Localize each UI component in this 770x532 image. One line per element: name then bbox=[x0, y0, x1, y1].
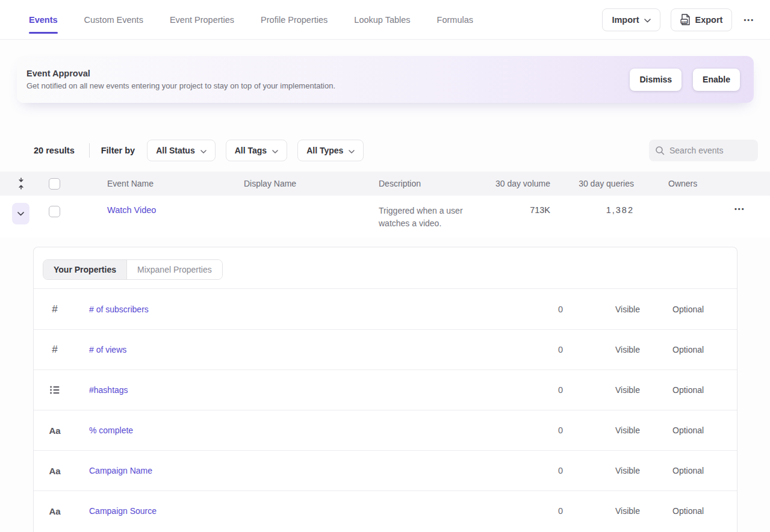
collapse-row-button[interactable] bbox=[12, 203, 29, 224]
svg-text:csv: csv bbox=[682, 20, 687, 23]
property-name-link[interactable]: Campaign Source bbox=[76, 506, 503, 516]
nav-tab-list: Events Custom Events Event Properties Pr… bbox=[29, 0, 473, 39]
banner-title: Event Approval bbox=[26, 69, 335, 78]
property-status: Optional bbox=[672, 425, 737, 435]
property-visibility: Visible bbox=[563, 385, 672, 395]
property-volume: 0 bbox=[503, 345, 563, 354]
status-filter-dropdown[interactable]: All Status bbox=[147, 140, 216, 161]
tags-filter-label: All Tags bbox=[235, 146, 267, 155]
tags-filter-dropdown[interactable]: All Tags bbox=[226, 140, 287, 161]
event-volume: 713K bbox=[476, 196, 554, 215]
event-approval-banner: Event Approval Get notified on all new e… bbox=[17, 56, 754, 103]
property-row: Aa % complete 0 Visible Optional bbox=[34, 410, 737, 450]
property-name-link[interactable]: #hashtags bbox=[76, 385, 503, 395]
collapse-all-icon[interactable] bbox=[0, 178, 37, 190]
property-name-link[interactable]: # of views bbox=[76, 345, 503, 354]
property-volume: 0 bbox=[503, 385, 563, 395]
tab-lookup-tables[interactable]: Lookup Tables bbox=[354, 0, 410, 39]
row-more-options-button[interactable]: ••• bbox=[733, 203, 747, 215]
import-button[interactable]: Import bbox=[602, 8, 660, 31]
search-box bbox=[649, 140, 758, 161]
status-filter-label: All Status bbox=[156, 146, 195, 155]
text-property-icon: Aa bbox=[34, 466, 76, 476]
property-name-link[interactable]: Campaign Name bbox=[76, 466, 503, 475]
dismiss-button[interactable]: Dismiss bbox=[630, 69, 682, 91]
tab-formulas[interactable]: Formulas bbox=[437, 0, 473, 39]
chevron-down-icon bbox=[349, 146, 355, 155]
event-queries: 1,382 bbox=[554, 196, 638, 215]
property-row: # # of subscribers 0 Visible Optional bbox=[34, 289, 737, 329]
chevron-down-icon bbox=[17, 212, 24, 216]
property-volume: 0 bbox=[503, 305, 563, 314]
property-status: Optional bbox=[672, 385, 737, 395]
property-row: Aa Campaign Source 0 Visible Optional bbox=[34, 490, 737, 531]
header-display-name: Display Name bbox=[244, 179, 379, 188]
properties-segmented-control: Your Properties Mixpanel Properties bbox=[43, 259, 223, 280]
divider bbox=[89, 143, 90, 158]
event-properties-panel: Your Properties Mixpanel Properties # # … bbox=[33, 247, 737, 532]
event-name-link[interactable]: Watch Video bbox=[89, 196, 244, 215]
banner-actions: Dismiss Enable bbox=[630, 69, 740, 91]
numeric-property-icon: # bbox=[34, 303, 76, 315]
header-owners: Owners bbox=[638, 179, 716, 188]
property-visibility: Visible bbox=[563, 425, 672, 435]
chevron-down-icon bbox=[272, 146, 278, 155]
more-options-button[interactable]: ••• bbox=[742, 14, 756, 26]
export-button-label: Export bbox=[695, 15, 723, 25]
property-visibility: Visible bbox=[563, 305, 672, 314]
text-property-icon: Aa bbox=[34, 506, 76, 516]
export-button[interactable]: csv Export bbox=[671, 8, 733, 31]
property-row: Aa Campaign Name 0 Visible Optional bbox=[34, 450, 737, 490]
chevron-down-icon bbox=[644, 15, 651, 25]
tab-events[interactable]: Events bbox=[29, 0, 58, 39]
list-property-icon bbox=[34, 386, 76, 394]
text-property-icon: Aa bbox=[34, 425, 76, 436]
nav-actions: Import csv Export ••• bbox=[602, 8, 756, 31]
property-row: #hashtags 0 Visible Optional bbox=[34, 370, 737, 410]
tab-profile-properties[interactable]: Profile Properties bbox=[261, 0, 328, 39]
property-status: Optional bbox=[672, 345, 737, 354]
numeric-property-icon: # bbox=[34, 344, 76, 356]
top-navigation: Events Custom Events Event Properties Pr… bbox=[0, 0, 770, 40]
header-event-name: Event Name bbox=[89, 179, 244, 188]
event-row: Watch Video Triggered when a user watche… bbox=[0, 196, 770, 238]
import-button-label: Import bbox=[612, 15, 639, 25]
events-table-header: Event Name Display Name Description 30 d… bbox=[0, 172, 770, 196]
event-description: Triggered when a user watches a video. bbox=[379, 196, 476, 230]
property-visibility: Visible bbox=[563, 345, 672, 354]
row-checkbox[interactable] bbox=[49, 206, 60, 217]
property-volume: 0 bbox=[503, 425, 563, 435]
property-name-link[interactable]: # of subscribers bbox=[76, 305, 503, 314]
header-description: Description bbox=[379, 179, 476, 188]
filter-by-label: Filter by bbox=[101, 146, 135, 155]
csv-file-icon: csv bbox=[680, 14, 691, 25]
tab-mixpanel-properties[interactable]: Mixpanel Properties bbox=[127, 260, 222, 279]
tab-event-properties[interactable]: Event Properties bbox=[170, 0, 234, 39]
enable-button[interactable]: Enable bbox=[693, 69, 740, 91]
search-input[interactable] bbox=[669, 146, 752, 155]
results-count: 20 results bbox=[34, 146, 75, 155]
properties-tab-bar: Your Properties Mixpanel Properties bbox=[34, 247, 737, 289]
chevron-down-icon bbox=[200, 146, 206, 155]
banner-description: Get notified on all new events entering … bbox=[26, 81, 335, 90]
property-visibility: Visible bbox=[563, 506, 672, 516]
tab-custom-events[interactable]: Custom Events bbox=[84, 0, 143, 39]
filter-bar: 20 results Filter by All Status All Tags… bbox=[0, 140, 770, 161]
property-status: Optional bbox=[672, 506, 737, 516]
property-volume: 0 bbox=[503, 466, 563, 475]
search-icon bbox=[655, 146, 665, 155]
property-volume: 0 bbox=[503, 506, 563, 516]
header-queries: 30 day queries bbox=[554, 179, 638, 188]
banner-text: Event Approval Get notified on all new e… bbox=[26, 69, 335, 90]
header-volume: 30 day volume bbox=[476, 179, 554, 188]
property-row: # # of views 0 Visible Optional bbox=[34, 329, 737, 370]
tab-your-properties[interactable]: Your Properties bbox=[43, 260, 127, 279]
property-status: Optional bbox=[672, 466, 737, 475]
select-all-checkbox[interactable] bbox=[49, 178, 60, 190]
types-filter-dropdown[interactable]: All Types bbox=[297, 140, 364, 161]
property-status: Optional bbox=[672, 305, 737, 314]
property-name-link[interactable]: % complete bbox=[76, 425, 503, 435]
types-filter-label: All Types bbox=[306, 146, 343, 155]
property-visibility: Visible bbox=[563, 466, 672, 475]
